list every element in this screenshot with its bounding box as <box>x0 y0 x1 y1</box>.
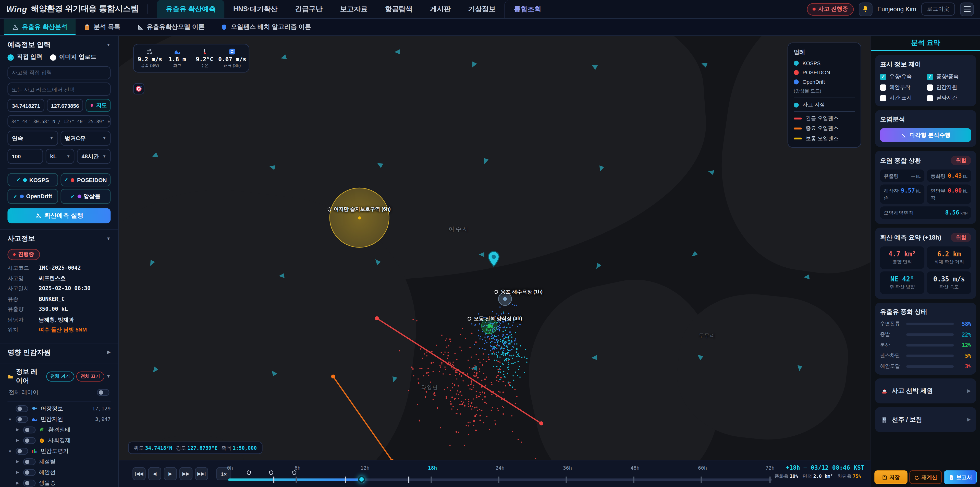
polygon-analysis-button[interactable]: 다각형 분석수행 <box>880 128 971 142</box>
nav-tab-weather[interactable]: 기상정보 <box>460 0 504 18</box>
layer-item-socio-economy[interactable]: ▶ $ 사회경제 <box>7 435 110 445</box>
subtab-analysis-list[interactable]: 분석 목록 <box>76 19 129 35</box>
radio-image-upload[interactable]: 이미지 업로드 <box>50 53 97 61</box>
checkbox-sensitive[interactable]: 민감자원 <box>927 84 971 91</box>
model-dot-icon <box>77 195 81 198</box>
subtab-diffusion-analysis[interactable]: 유출유 확산분석 <box>4 19 76 35</box>
section-header[interactable]: 예측정보 입력 ▼ <box>7 40 110 49</box>
layer-item-seasonal[interactable]: ▶계절별 <box>7 457 110 467</box>
logout-button[interactable]: 로그아웃 <box>921 3 955 16</box>
ship-spec-section[interactable]: 사고 선박 제원 ▶ <box>875 378 977 404</box>
layer-toggle[interactable] <box>16 415 28 422</box>
nav-tab-aerial[interactable]: 항공탐색 <box>376 0 421 18</box>
timeline-handle[interactable] <box>358 476 365 483</box>
subtab-boom-algorithm[interactable]: 오일펜스 배치 알고리즘 이론 <box>213 19 319 35</box>
fast-forward-button[interactable]: ▶▶ <box>180 467 192 480</box>
pollution-status-card: 오염 종합 상황 위험 유출량—kL 풍화량0.43kL 해상잔존9.57kL … <box>875 151 977 224</box>
map-canvas[interactable]: 여자만 습지보호구역 (6h) 웅포 해수욕장 (1h) 오동 전복 양식장 (… <box>119 36 870 460</box>
nav-tab-hns[interactable]: HNS·대기확산 <box>224 0 286 18</box>
recalculate-button[interactable]: 재계산 <box>909 470 942 484</box>
latitude-input[interactable] <box>7 99 44 112</box>
layer-item-sensitive-resources[interactable]: ▼ 민감자원3,947 <box>7 414 110 425</box>
incident-row: 사고일시2025-02-10 06:30 <box>7 285 110 293</box>
important-oil-fence-line[interactable] <box>333 377 412 460</box>
risk-badge: 위험 <box>951 156 971 165</box>
incident-name-input[interactable] <box>7 66 110 79</box>
amount-input[interactable] <box>7 149 43 164</box>
layer-toggle[interactable] <box>23 458 36 465</box>
layers-all-off-button[interactable]: 전체 끄기 <box>76 371 104 381</box>
section-header[interactable]: 영향 민감자원 ▶ <box>7 347 110 357</box>
model-toggle-ensemble[interactable]: ✓앙상블 <box>60 189 110 204</box>
checkbox-time[interactable]: 시간 표시 <box>880 94 924 101</box>
model-toggle-poseidon[interactable]: ✓POSEIDON <box>60 173 110 186</box>
incident-pin-icon[interactable] <box>487 251 500 267</box>
action-buttons: 저장 재계산 보고서 역추적 <box>874 470 977 484</box>
radio-direct-input[interactable]: 직접 입력 <box>7 53 42 61</box>
layer-toggle[interactable] <box>23 469 36 476</box>
incident-list-input[interactable] <box>7 83 110 96</box>
annotation-farm[interactable]: 오동 전복 양식장 (3h) <box>467 315 522 322</box>
nav-tab-oil-spill[interactable]: 유출유 확산예측 <box>157 0 224 18</box>
place-label-hwayang: 화양면 <box>422 384 438 391</box>
save-button[interactable]: 저장 <box>874 470 907 484</box>
left-panel: 예측정보 입력 ▼ 직접 입력 이미지 업로드 지도 34° 44' 30.58… <box>0 36 119 487</box>
play-button[interactable]: ▶ <box>164 467 177 480</box>
report-button[interactable]: 보고서 <box>944 470 977 484</box>
annotation-wetland[interactable]: 여자만 습지보호구역 (6h) <box>327 206 391 213</box>
fence-marker-shield-icon[interactable] <box>291 469 297 476</box>
owner-insurance-section[interactable]: 선주 / 보험 ▶ <box>875 407 977 432</box>
layer-toggle[interactable] <box>23 426 36 433</box>
nav-tab-integrated[interactable]: 통합조회 <box>504 0 550 18</box>
layer-item-fishery-info[interactable]: 어장정보17,129 <box>7 403 110 414</box>
menu-button[interactable] <box>960 2 974 16</box>
timeline-track[interactable] <box>228 478 772 481</box>
farm-zone-dot <box>487 324 491 328</box>
fence-marker-shield-icon[interactable] <box>269 469 274 476</box>
section-title: 예측정보 입력 <box>7 40 51 49</box>
timeline-tick: 72h <box>765 465 774 471</box>
model-toggle-opendrift[interactable]: ✓OpenDrift <box>7 189 58 204</box>
urgent-oil-fence-line[interactable] <box>377 318 541 423</box>
model-toggle-kosps[interactable]: ✓KOSPS <box>7 173 58 186</box>
duration-select[interactable]: 48시간▼ <box>77 149 110 164</box>
fence-marker-shield-icon[interactable] <box>246 469 251 476</box>
annotation-beach[interactable]: 웅포 해수욕장 (1h) <box>494 288 542 295</box>
skip-end-button[interactable]: ▶▶| <box>195 467 208 480</box>
layer-toggle[interactable] <box>16 447 28 454</box>
nav-tab-board[interactable]: 게시판 <box>422 0 460 18</box>
stat-max-distance: 6.2 km최대 확산 거리 <box>927 246 971 269</box>
set-square-icon <box>901 132 907 138</box>
step-back-button[interactable]: ◀ <box>148 467 161 480</box>
checkbox-current[interactable]: ✓유향/유속 <box>880 73 924 80</box>
layer-toggle[interactable] <box>16 405 28 412</box>
locate-incident-button[interactable] <box>133 83 145 94</box>
nav-tab-reports[interactable]: 보고자료 <box>331 0 376 18</box>
run-prediction-button[interactable]: 확산예측 실행 <box>7 208 110 224</box>
layer-toggle[interactable] <box>23 437 36 444</box>
longitude-input[interactable] <box>46 99 83 112</box>
layer-item-environment-ecology[interactable]: ▶ 환경생태 <box>7 425 110 435</box>
oil-type-select[interactable]: 벙커C유▼ <box>60 131 110 146</box>
layers-all-on-button[interactable]: 전체 켜기 <box>46 371 74 381</box>
shield-icon <box>467 316 472 321</box>
master-layer-toggle[interactable] <box>97 389 110 396</box>
layer-item-coastline[interactable]: ▶해안선 <box>7 467 110 477</box>
panel-header-tab[interactable]: 분석 요약 <box>871 36 980 51</box>
checkbox-shoreline[interactable]: 해안부착 <box>880 84 924 91</box>
checkbox-wind[interactable]: ✓풍향/풍속 <box>927 73 971 80</box>
checkbox-datetime[interactable]: 날짜시간 <box>927 94 971 101</box>
skip-start-button[interactable]: |◀◀ <box>132 467 145 480</box>
wind-icon <box>146 48 153 55</box>
subtab-model-theory[interactable]: 유출유확산모델 이론 <box>128 19 213 35</box>
layer-item-sensitivity-assessment[interactable]: ▼ 민감도평가 <box>7 445 110 457</box>
nav-tab-rescue[interactable]: 긴급구난 <box>286 0 331 18</box>
unit-select[interactable]: kL▼ <box>46 149 75 164</box>
chevron-right-icon: ▶ <box>967 417 970 422</box>
layer-toggle[interactable] <box>23 479 36 486</box>
layer-item-species[interactable]: ▶생물종 <box>7 477 110 487</box>
section-header[interactable]: 사고정보 ▼ <box>7 234 110 243</box>
notification-button[interactable] <box>859 2 872 16</box>
spill-mode-select[interactable]: 연속▼ <box>7 131 58 146</box>
map-pick-button[interactable]: 지도 <box>86 99 111 112</box>
